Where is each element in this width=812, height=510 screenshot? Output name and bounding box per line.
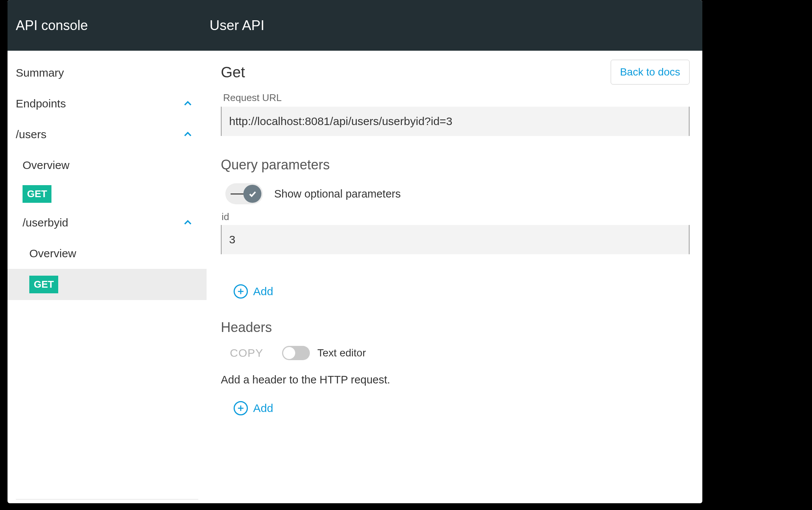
api-console-window: API console User API Summary Endpoints /… <box>8 0 702 503</box>
add-label: Add <box>253 285 273 298</box>
show-optional-row: Show optional parameters <box>221 183 690 204</box>
sidebar-item-userbyid-get[interactable]: GET <box>8 269 207 300</box>
headers-title: Headers <box>221 320 690 335</box>
add-header-button[interactable]: Add <box>221 401 690 415</box>
query-parameters-title: Query parameters <box>221 157 690 173</box>
sidebar-divider <box>16 499 198 499</box>
toggle-knob <box>243 185 261 203</box>
check-icon <box>248 189 257 198</box>
text-editor-label: Text editor <box>317 347 366 359</box>
sidebar-label-summary: Summary <box>16 66 64 79</box>
api-title: User API <box>207 18 264 33</box>
sidebar-item-userbyid-overview[interactable]: Overview <box>8 238 207 269</box>
method-badge-get: GET <box>29 276 58 293</box>
chevron-up-icon <box>183 98 193 109</box>
sidebar-label-users: /users <box>16 128 47 141</box>
method-badge-get: GET <box>23 185 51 203</box>
headers-description: Add a header to the HTTP request. <box>221 374 690 386</box>
back-to-docs-button[interactable]: Back to docs <box>611 60 690 84</box>
topbar: API console User API <box>8 0 702 51</box>
request-url-value[interactable]: http://localhost:8081/api/users/userbyid… <box>221 107 690 136</box>
chevron-up-icon <box>183 129 193 140</box>
copy-button[interactable]: COPY <box>230 347 263 359</box>
chevron-up-icon <box>183 217 193 228</box>
plus-circle-icon <box>234 284 248 299</box>
toggle-knob <box>283 347 295 359</box>
sidebar-label-endpoints: Endpoints <box>16 97 66 110</box>
sidebar: Summary Endpoints /users Overview GET /u… <box>8 51 207 503</box>
sidebar-item-endpoints[interactable]: Endpoints <box>8 88 207 119</box>
request-url-label: Request URL <box>223 92 690 104</box>
main-panel: Get Back to docs Request URL http://loca… <box>207 51 702 503</box>
text-editor-toggle[interactable] <box>282 346 310 360</box>
sidebar-label-users-overview: Overview <box>23 159 69 172</box>
page-title: Get <box>221 64 245 81</box>
add-query-param-button[interactable]: Add <box>221 284 690 299</box>
sidebar-item-summary[interactable]: Summary <box>8 57 207 88</box>
app-title: API console <box>8 18 207 33</box>
headers-controls: COPY Text editor <box>221 346 690 360</box>
add-label: Add <box>253 402 273 415</box>
sidebar-item-userbyid[interactable]: /userbyid <box>8 207 207 238</box>
show-optional-toggle[interactable] <box>225 183 263 204</box>
sidebar-item-users-get[interactable]: GET <box>8 181 207 207</box>
sidebar-item-users-overview[interactable]: Overview <box>8 150 207 181</box>
sidebar-label-userbyid-overview: Overview <box>29 247 76 260</box>
param-id-label: id <box>222 211 690 223</box>
show-optional-label: Show optional parameters <box>274 188 401 200</box>
sidebar-item-users[interactable]: /users <box>8 119 207 150</box>
main-header: Get Back to docs <box>221 60 690 84</box>
plus-circle-icon <box>234 401 248 415</box>
sidebar-label-userbyid: /userbyid <box>23 216 68 229</box>
body: Summary Endpoints /users Overview GET /u… <box>8 51 702 503</box>
param-id-input[interactable]: 3 <box>221 225 690 254</box>
